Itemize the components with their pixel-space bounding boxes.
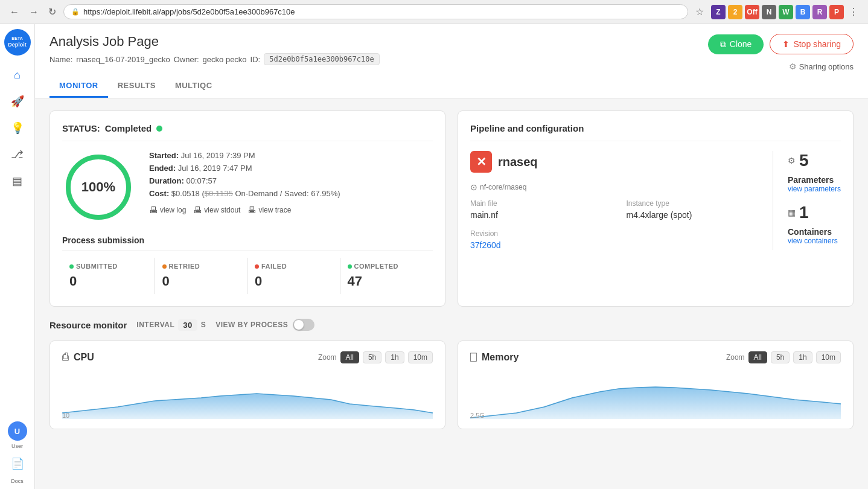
cpu-zoom-1h[interactable]: 1h xyxy=(385,351,404,363)
ext-b[interactable]: B xyxy=(796,5,810,19)
view-log-link[interactable]: 🖶 view log xyxy=(149,205,186,215)
pipeline-card: Pipeline and configuration ✕ rnaseq ⊙ nf… xyxy=(458,110,854,307)
name-value: rnaseq_16-07-2019_gecko xyxy=(76,55,170,64)
sidebar-item-insights[interactable]: 💡 xyxy=(5,116,30,140)
containers-count: 1 xyxy=(799,203,809,222)
tab-results[interactable]: RESULTS xyxy=(108,75,165,98)
tab-multiqc[interactable]: MULTIQC xyxy=(165,75,222,98)
progress-text: 100% xyxy=(81,179,115,195)
log-icon: 🖶 xyxy=(149,205,158,215)
retried-value: 0 xyxy=(162,273,240,289)
started-label: Started: xyxy=(149,151,179,160)
sidebar-logo[interactable]: BETA Deploit xyxy=(4,29,31,56)
sidebar-item-pipelines[interactable]: 🚀 xyxy=(5,89,30,113)
status-card: STATUS: Completed 100% xyxy=(49,110,445,307)
url-text: https://deploit.lifebit.ai/app/jobs/5d2e… xyxy=(83,7,680,16)
cpu-zoom-10m[interactable]: 10m xyxy=(408,351,433,363)
cost-label: Cost: xyxy=(149,189,169,198)
retried-stat: RETRIED 0 xyxy=(155,258,248,294)
status-body: 100% Started: Jul 16, 2019 7:39 PM Ended… xyxy=(62,151,433,223)
containers-label: Containers xyxy=(788,227,841,237)
ext-2[interactable]: 2 xyxy=(728,5,742,19)
memory-chart-area: 2.5G xyxy=(470,371,841,419)
failed-value: 0 xyxy=(255,273,333,289)
sidebar-item-home[interactable]: ⌂ xyxy=(5,63,30,87)
submitted-label: SUBMITTED xyxy=(69,263,147,270)
view-trace-link[interactable]: 🖶 view trace xyxy=(247,205,291,215)
pipeline-logo-symbol: ✕ xyxy=(476,155,487,169)
toggle-knob xyxy=(294,320,304,330)
clone-icon: ⧉ xyxy=(720,39,726,50)
back-button[interactable]: ← xyxy=(7,5,22,19)
app-container: BETA Deploit ⌂ 🚀 💡 ⎇ ▤ U User 📄 Docs xyxy=(0,24,868,489)
ext-off[interactable]: Off xyxy=(745,5,759,19)
clone-button[interactable]: ⧉ Clone xyxy=(708,34,764,54)
resource-title: Resource monitor xyxy=(49,320,127,330)
cpu-zoom-5h[interactable]: 5h xyxy=(363,351,381,363)
source-value: nf-core/rnaseq xyxy=(480,183,526,191)
revision-value: 37f260d xyxy=(470,240,616,250)
pipeline-right: ⚙ 5 Parameters view parameters ▦ 1 Cont xyxy=(773,151,841,250)
browser-bar: ← → ↻ 🔒 https://deploit.lifebit.ai/app/j… xyxy=(0,0,868,24)
cpu-zoom-all[interactable]: All xyxy=(340,351,359,363)
url-bar[interactable]: 🔒 https://deploit.lifebit.ai/app/jobs/5d… xyxy=(63,4,688,19)
browser-extensions: Z 2 Off N W B R P ⋮ xyxy=(711,5,861,19)
view-by-process-control[interactable]: VIEW BY PROCESS xyxy=(215,319,314,331)
id-label: ID: xyxy=(251,55,261,64)
revision-link[interactable]: 37f260d xyxy=(470,240,501,250)
submitted-dot xyxy=(69,264,74,269)
ext-n[interactable]: N xyxy=(762,5,776,19)
view-containers-link[interactable]: view containers xyxy=(788,237,841,245)
memory-zoom-10m[interactable]: 10m xyxy=(816,351,841,363)
forward-button[interactable]: → xyxy=(27,5,41,19)
sidebar-item-data[interactable]: ▤ xyxy=(5,169,30,193)
ext-z[interactable]: Z xyxy=(711,5,726,19)
memory-zoom-1h[interactable]: 1h xyxy=(793,351,812,363)
sharing-options[interactable]: ⚙ Sharing options xyxy=(789,62,854,71)
charts-grid: ⎙ CPU Zoom All 5h 1h 10m 10 xyxy=(49,340,854,429)
ext-p[interactable]: P xyxy=(829,5,844,19)
memory-zoom-label: Zoom xyxy=(726,353,745,362)
cpu-y-label: 10 xyxy=(62,412,69,419)
sidebar-item-workflow[interactable]: ⎇ xyxy=(5,142,30,167)
main-file-value: main.nf xyxy=(470,210,616,220)
process-title: Process submission xyxy=(62,235,433,251)
status-text: Completed xyxy=(105,123,152,133)
completed-label: COMPLETED xyxy=(348,263,426,270)
bookmark-button[interactable]: ☆ xyxy=(693,5,706,19)
pipeline-name: rnaseq xyxy=(498,155,538,169)
view-by-process-toggle[interactable] xyxy=(293,319,314,331)
user-avatar[interactable]: U xyxy=(8,421,27,441)
instance-type-field: Instance type m4.4xlarge (spot) xyxy=(626,199,772,220)
pipeline-left: ✕ rnaseq ⊙ nf-core/rnaseq Main file main… xyxy=(470,151,773,250)
ext-w[interactable]: W xyxy=(779,5,793,19)
logo-text: BETA Deploit xyxy=(8,36,27,48)
page-header: Analysis Job Page Name: rnaseq_16-07-201… xyxy=(35,24,868,98)
tab-monitor[interactable]: MONITOR xyxy=(49,75,108,98)
more-button[interactable]: ⋮ xyxy=(846,5,861,19)
memory-zoom-5h[interactable]: 5h xyxy=(771,351,790,363)
memory-chart-title: Memory xyxy=(482,352,519,363)
view-parameters-link[interactable]: view parameters xyxy=(788,185,841,193)
status-actions: 🖶 view log 🖶 view stdout 🖶 view trace xyxy=(149,205,433,215)
ext-r[interactable]: R xyxy=(812,5,827,19)
completed-dot xyxy=(348,264,352,269)
cpu-icon: ⎙ xyxy=(62,351,69,363)
memory-chart-header: ⎕ Memory Zoom All 5h 1h 10m xyxy=(470,351,841,363)
sidebar-item-docs[interactable]: 📄 xyxy=(5,452,30,476)
refresh-button[interactable]: ↻ xyxy=(46,5,59,19)
submitted-value: 0 xyxy=(69,273,147,289)
cost-original: $0.1135 xyxy=(205,189,233,198)
ended-label: Ended: xyxy=(149,164,176,173)
completed-stat[interactable]: COMPLETED 47 xyxy=(340,258,433,294)
view-trace-label: view trace xyxy=(258,206,291,214)
stop-sharing-button[interactable]: ⬆ Stop sharing xyxy=(770,34,854,54)
main-file-field: Main file main.nf xyxy=(470,199,616,220)
failed-stat: FAILED 0 xyxy=(247,258,340,294)
view-stdout-link[interactable]: 🖶 view stdout xyxy=(193,205,240,215)
id-badge[interactable]: 5d2e0b0f5a1ee300b967c10e xyxy=(264,53,379,65)
memory-zoom-all[interactable]: All xyxy=(748,351,767,363)
stop-sharing-label: Stop sharing xyxy=(793,39,841,49)
interval-unit: S xyxy=(201,321,206,329)
cost-suffix: On-Demand / Saved: 67.95%) xyxy=(235,189,340,198)
